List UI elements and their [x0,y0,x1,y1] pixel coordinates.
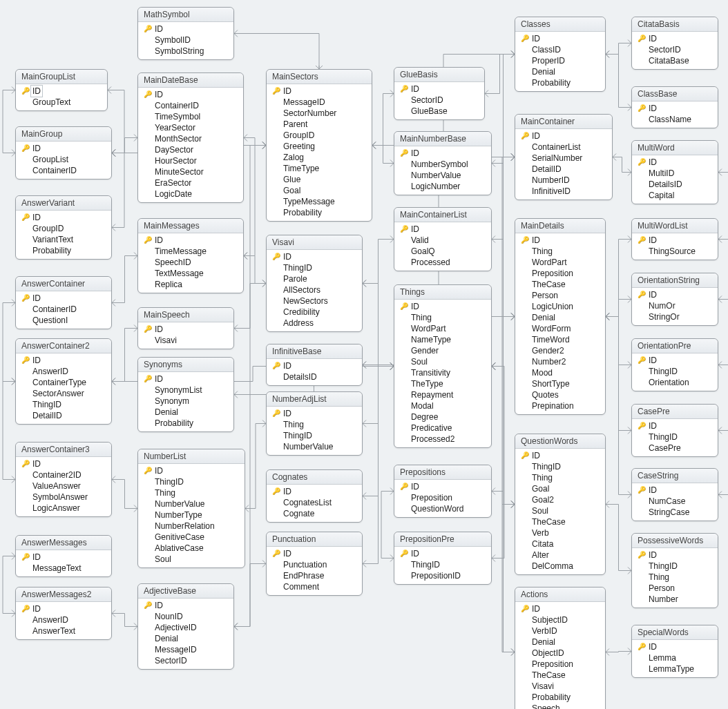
field-row[interactable]: 🔑ID [519,603,601,614]
field-row[interactable]: Replica [142,279,239,290]
field-row[interactable]: Probability [20,245,107,256]
field-row[interactable]: NumberRelation [142,521,240,532]
entity-header[interactable]: Synonyms [138,358,233,372]
field-row[interactable]: LemmaType [636,663,713,674]
field-row[interactable]: ThingID [271,262,358,273]
field-row[interactable]: ContainerID [20,304,107,315]
field-row[interactable]: LogicAnswer [20,503,107,514]
field-row[interactable]: Gender2 [519,345,601,356]
field-row[interactable]: Gender [399,345,487,356]
entity-MainDateBase[interactable]: MainDateBase🔑IDContainerIDTimeSymbolYear… [137,72,244,203]
field-row[interactable]: QuestionI [20,315,107,326]
field-row[interactable]: Probability [142,418,229,429]
field-row[interactable]: GroupID [271,130,367,141]
field-row[interactable]: Speech [519,703,601,709]
field-row[interactable]: 🔑ID [399,301,487,312]
field-row[interactable]: Repayment [399,389,487,400]
field-row[interactable]: ClassName [636,114,713,125]
field-row[interactable]: 🔑ID [519,33,601,44]
field-row[interactable]: Soul [519,505,601,516]
field-row[interactable]: Mood [519,367,601,378]
field-row[interactable]: ThingID [20,399,107,410]
field-row[interactable]: Citata [519,538,601,550]
field-row[interactable]: GenitiveCase [142,532,240,543]
field-row[interactable]: ContainerList [519,142,608,153]
field-row[interactable]: NumOr [636,300,713,311]
field-row[interactable]: DetailID [519,164,608,175]
entity-header[interactable]: NumberAdjList [267,392,362,407]
entity-MultiWordList[interactable]: MultiWordList🔑IDThingSource [631,218,718,260]
field-row[interactable]: Glue [271,174,367,185]
entity-header[interactable]: Cognates [267,470,362,485]
field-row[interactable]: 🔑ID [399,148,487,159]
entity-header[interactable]: CaseString [632,469,718,483]
entity-header[interactable]: MathSymbol [138,8,233,22]
field-row[interactable]: ContainerID [142,100,239,111]
field-row[interactable]: GlueBase [399,106,480,117]
entity-header[interactable]: CasePre [632,405,718,419]
field-row[interactable]: SectorID [142,655,229,666]
field-row[interactable]: Denial [142,407,229,418]
field-row[interactable]: InfinitiveID [519,186,608,197]
entity-PossessiveWords[interactable]: PossessiveWords🔑IDThingIDThingPersonNumb… [631,533,718,608]
entity-header[interactable]: Classes [515,17,605,32]
field-row[interactable]: SectorID [636,44,713,55]
entity-header[interactable]: MultiWord [632,141,718,155]
entity-header[interactable]: AnswerContainer2 [16,339,111,353]
field-row[interactable]: Predicative [399,423,487,434]
field-row[interactable]: GroupID [20,223,107,234]
field-row[interactable]: Preposition [399,492,487,503]
entity-NumberList[interactable]: NumberList🔑IDThingIDThingNumberValueNumb… [137,449,245,568]
entity-header[interactable]: CitataBasis [632,17,718,32]
entity-CitataBasis[interactable]: CitataBasis🔑IDSectorIDCitataBase [631,17,718,70]
field-row[interactable]: DetailID [20,410,107,421]
entity-Classes[interactable]: Classes🔑IDClassIDProperIDDenialProbabili… [515,17,606,92]
entity-MainSpeech[interactable]: MainSpeech🔑IDVisavi [137,307,234,349]
field-row[interactable]: SpeechID [142,257,239,268]
field-row[interactable]: CitataBase [636,55,713,66]
entity-header[interactable]: Things [394,285,491,300]
field-row[interactable]: Denial [519,312,601,323]
entity-AdjectiveBase[interactable]: AdjectiveBase🔑IDNounIDAdjectiveIDDenialM… [137,583,234,670]
field-row[interactable]: 🔑ID [142,465,240,476]
field-row[interactable]: Thing [519,472,601,483]
field-row[interactable]: MonthSector [142,133,239,144]
field-row[interactable]: Soul [142,554,240,565]
entity-header[interactable]: AnswerContainer [16,277,111,291]
field-row[interactable]: ClassID [519,44,601,55]
field-row[interactable]: ShortType [519,378,601,389]
field-row[interactable]: CasePre [636,443,713,454]
field-row[interactable]: 🔑ID [636,641,713,652]
field-row[interactable]: Visavi [519,681,601,692]
field-row[interactable]: SectorID [399,95,480,106]
field-row[interactable]: LogicUnion [519,301,601,312]
field-row[interactable]: NumberSymbol [399,159,487,170]
entity-Cognates[interactable]: Cognates🔑IDCognatesListCognate [266,469,363,523]
field-row[interactable]: 🔑ID [20,458,107,469]
entity-CaseString[interactable]: CaseString🔑IDNumCaseStringCase [631,468,718,521]
entity-header[interactable]: MainDateBase [138,73,243,88]
entity-header[interactable]: MainGroup [16,127,111,142]
entity-MainDetails[interactable]: MainDetails🔑IDThingWordPartPrepositionTh… [515,218,606,415]
entity-header[interactable]: OrientationString [632,273,718,288]
field-row[interactable]: 🔑ID [20,355,107,366]
entity-NumberAdjList[interactable]: NumberAdjList🔑IDThingThingIDNumberValue [266,391,363,456]
entity-AnswerMessages[interactable]: AnswerMessages🔑IDMessageText [15,535,112,577]
field-row[interactable]: HourSector [142,155,239,166]
entity-header[interactable]: MainSectors [267,70,372,84]
field-row[interactable]: 🔑ID [399,224,487,235]
field-row[interactable]: NumberValue [399,170,487,181]
entity-MainContainer[interactable]: MainContainer🔑IDContainerListSerialNumbe… [515,114,613,200]
field-row[interactable]: TheCase [519,279,601,290]
field-row[interactable]: Transitivity [399,367,487,378]
field-row[interactable]: PrepositionID [399,570,487,581]
field-row[interactable]: AnswerID [20,614,107,625]
field-row[interactable]: Preposition [519,268,601,279]
field-row[interactable]: Thing [399,312,487,323]
field-row[interactable]: TypeMessage [271,196,367,207]
entity-header[interactable]: QuestionWords [515,434,605,449]
field-row[interactable]: Visavi [142,335,229,346]
field-row[interactable]: WordPart [519,257,601,268]
field-row[interactable]: Denial [519,637,601,648]
field-row[interactable]: Person [636,583,713,594]
